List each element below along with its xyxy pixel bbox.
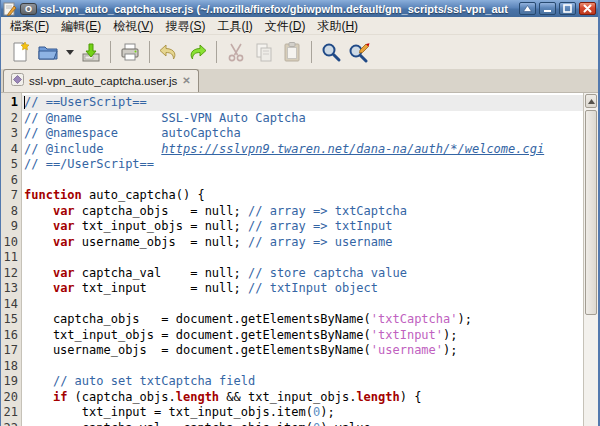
code-line-12[interactable]: var captcha_val = null; // store captcha…	[22, 266, 583, 282]
scrollbar-thumb[interactable]	[585, 110, 597, 315]
copy-pages-icon	[253, 41, 275, 63]
open-folder-icon	[37, 41, 59, 63]
code-line-19[interactable]: // auto set txtCaptcha field	[22, 374, 583, 390]
editor-window: O ssl-vpn_auto_captcha.user.js (~/.mozil…	[0, 0, 600, 426]
window-title: ssl-vpn_auto_captcha.user.js (~/.mozilla…	[40, 3, 516, 15]
line-number: 10	[1, 235, 18, 251]
line-number: 12	[1, 266, 18, 282]
toolbar-separator	[149, 41, 150, 63]
shade-window-button[interactable]	[519, 2, 536, 15]
undo-button[interactable]	[155, 38, 183, 66]
menu-item-d[interactable]: 文件(D)	[259, 17, 312, 35]
maximize-button[interactable]	[559, 2, 576, 15]
minimize-icon	[543, 4, 552, 13]
clipboard-icon	[281, 41, 303, 63]
copy-button	[250, 38, 278, 66]
new-document-icon	[9, 41, 31, 63]
file-type-icon	[11, 72, 24, 90]
code-line-16[interactable]: txt_input_objs = document.getElementsByN…	[22, 328, 583, 344]
code-area[interactable]: // ==UserScript==// @name SSL-VPN Auto C…	[22, 93, 583, 426]
paste-button	[278, 38, 306, 66]
code-line-20[interactable]: if (captcha_objs.length && txt_input_obj…	[22, 390, 583, 406]
text-cursor	[24, 96, 25, 109]
toolbar-separator	[216, 41, 217, 63]
code-line-2[interactable]: // @name SSL-VPN Auto Captcha	[22, 111, 583, 127]
new-document-button[interactable]	[6, 38, 34, 66]
code-line-9[interactable]: var txt_input_objs = null; // array => t…	[22, 219, 583, 235]
maximize-icon	[563, 4, 572, 13]
close-button[interactable]	[579, 2, 596, 15]
line-number: 18	[1, 359, 18, 375]
code-line-18[interactable]	[22, 359, 583, 375]
toolbar-separator	[311, 41, 312, 63]
menu-item-h[interactable]: 求助(H)	[311, 17, 364, 35]
line-number: 1	[1, 95, 18, 111]
close-icon	[583, 4, 592, 13]
magnifier-icon	[320, 41, 342, 63]
line-number: 13	[1, 281, 18, 297]
line-number: 3	[1, 126, 18, 142]
code-line-7[interactable]: function auto_captcha() {	[22, 188, 583, 204]
code-line-5[interactable]: // ==/UserScript==	[22, 157, 583, 173]
tab-filename: ssl-vpn_auto_captcha.user.js	[29, 75, 177, 87]
menu-item-i[interactable]: 工具(I)	[211, 17, 258, 35]
cut-button	[222, 38, 250, 66]
line-number: 14	[1, 297, 18, 313]
code-line-17[interactable]: username_objs = document.getElementsByNa…	[22, 343, 583, 359]
code-line-21[interactable]: txt_input = txt_input_objs.item(0);	[22, 405, 583, 421]
minimize-button[interactable]	[539, 2, 556, 15]
line-number: 21	[1, 405, 18, 421]
code-line-10[interactable]: var username_objs = null; // array => us…	[22, 235, 583, 251]
code-line-13[interactable]: var txt_input = null; // txtInput object	[22, 281, 583, 297]
editor-pane: 12345678910111213141516171819202122 // =…	[1, 93, 598, 426]
print-button[interactable]	[116, 38, 144, 66]
code-line-6[interactable]	[22, 173, 583, 189]
chevron-down-icon	[66, 50, 74, 55]
scissors-icon	[225, 41, 247, 63]
redo-button[interactable]	[183, 38, 211, 66]
tab-ssl-vpn-auto-captcha[interactable]: ssl-vpn_auto_captcha.user.js ✕	[3, 69, 199, 92]
open-button[interactable]	[34, 38, 62, 66]
menu-item-f[interactable]: 檔案(F)	[4, 17, 55, 35]
tabbar: ssl-vpn_auto_captcha.user.js ✕	[1, 69, 598, 93]
titlebar[interactable]: O ssl-vpn_auto_captcha.user.js (~/.mozil…	[1, 0, 598, 17]
scrollbar-up-button[interactable]	[585, 94, 597, 108]
find-replace-button[interactable]	[345, 38, 373, 66]
printer-icon	[119, 41, 141, 63]
line-number: 4	[1, 142, 18, 158]
tab-close-icon[interactable]: ✕	[182, 76, 190, 86]
line-number: 20	[1, 390, 18, 406]
code-line-14[interactable]	[22, 297, 583, 313]
code-line-22[interactable]: captcha_val = captcha_objs.item(0).value…	[22, 421, 583, 426]
line-number: 7	[1, 188, 18, 204]
code-line-15[interactable]: captcha_objs = document.getElementsByNam…	[22, 312, 583, 328]
o-badge-icon: O	[20, 3, 37, 15]
vertical-scrollbar[interactable]	[583, 93, 598, 426]
line-number: 22	[1, 421, 18, 426]
find-button[interactable]	[317, 38, 345, 66]
line-number: 6	[1, 173, 18, 189]
code-line-11[interactable]	[22, 250, 583, 266]
code-line-1[interactable]: // ==UserScript==	[22, 95, 583, 111]
toolbar	[1, 35, 598, 69]
line-number: 15	[1, 312, 18, 328]
toolbar-separator	[110, 41, 111, 63]
line-number: 2	[1, 111, 18, 127]
open-dropdown-button[interactable]	[62, 38, 77, 66]
line-number: 5	[1, 157, 18, 173]
line-number-gutter: 12345678910111213141516171819202122	[1, 93, 22, 426]
line-number: 9	[1, 219, 18, 235]
code-line-3[interactable]: // @namespace autoCaptcha	[22, 126, 583, 142]
code-line-4[interactable]: // @include https://sslvpn9.twaren.net/d…	[22, 142, 583, 158]
menu-item-v[interactable]: 檢視(V)	[107, 17, 159, 35]
line-number: 16	[1, 328, 18, 344]
menubar: 檔案(F)編輯(E)檢視(V)搜尋(S)工具(I)文件(D)求助(H)	[1, 17, 598, 35]
code-line-8[interactable]: var captcha_objs = null; // array => txt…	[22, 204, 583, 220]
save-button[interactable]	[77, 38, 105, 66]
line-number: 17	[1, 343, 18, 359]
menu-item-s[interactable]: 搜尋(S)	[159, 17, 211, 35]
save-icon	[80, 41, 102, 63]
arrow-up-icon	[588, 99, 595, 104]
menu-item-e[interactable]: 編輯(E)	[55, 17, 107, 35]
line-number: 19	[1, 374, 18, 390]
